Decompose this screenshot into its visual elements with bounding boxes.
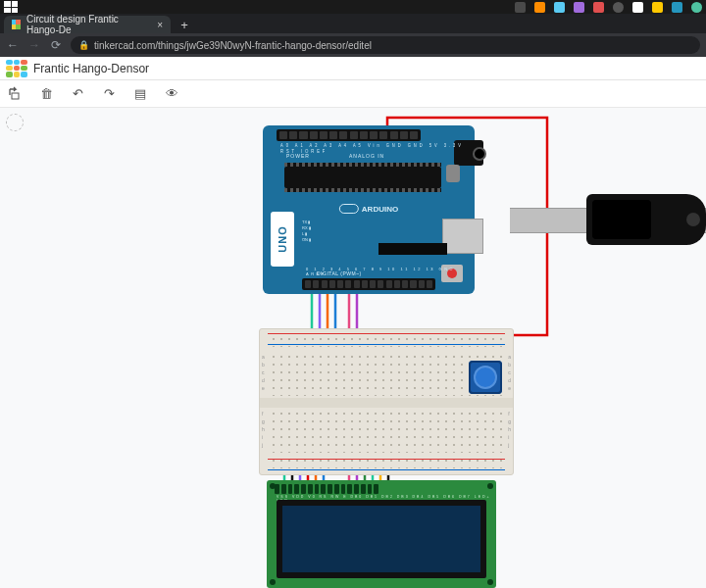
infinity-logo-icon [339, 204, 359, 214]
zoom-to-fit-button[interactable] [6, 114, 24, 131]
rotate-icon [7, 86, 23, 102]
rail-holes [270, 335, 503, 347]
mount-hole-icon [487, 483, 493, 489]
close-tab-icon[interactable]: × [157, 20, 163, 30]
row-labels: f g h i j [508, 410, 511, 449]
tab-bar: Circuit design Frantic Hango-De × + [0, 14, 706, 33]
browser-tab[interactable]: Circuit design Frantic Hango-De × [4, 16, 171, 33]
analog-label: ANALOG IN [349, 153, 384, 159]
redo-button[interactable]: ↷ [100, 85, 118, 103]
capacitor-icon [446, 165, 460, 182]
lock-icon: 🔒 [78, 40, 89, 50]
smd-block-icon [378, 243, 447, 255]
app-header: Frantic Hango-Densor [0, 57, 706, 80]
mount-hole-icon [487, 579, 493, 585]
browser-chrome: Circuit design Frantic Hango-De × + ← → … [0, 14, 706, 57]
arduino-analog-header [277, 129, 421, 141]
arduino-uno-component[interactable]: A0 A1 A2 A3 A4 A5 Vin GND GND 5V 3.3V RS… [263, 125, 475, 294]
row-labels: f g h i j [262, 410, 265, 449]
address-bar-row: ← → ⟳ 🔒 tinkercad.com/things/jwGe39N0wyN… [0, 33, 706, 57]
usb-port-icon [442, 219, 483, 254]
os-taskbar [0, 0, 706, 14]
tab-title: Circuit design Frantic Hango-De [26, 14, 151, 35]
power-label: POWER [286, 153, 310, 159]
editor-toolbar: 🗑 ↶ ↷ ▤ 👁 [0, 80, 706, 108]
visibility-button[interactable]: 👁 [163, 85, 180, 103]
svg-rect-0 [12, 93, 19, 99]
lcd-screen [277, 500, 486, 578]
power-rail-bottom [268, 459, 505, 470]
tray-icon[interactable] [593, 2, 604, 13]
new-tab-button[interactable]: + [176, 18, 192, 33]
atmega-chip-icon [284, 167, 441, 188]
tray-icon[interactable] [691, 2, 702, 13]
tray-icon[interactable] [574, 2, 584, 13]
row-labels: a b c d e [508, 353, 511, 392]
undo-button[interactable]: ↶ [69, 85, 86, 103]
windows-start-icon[interactable] [4, 1, 18, 13]
tinkercad-logo-icon[interactable] [6, 60, 27, 77]
project-name[interactable]: Frantic Hango-Densor [33, 62, 149, 75]
breadboard-gap [260, 398, 513, 408]
usb-plug-icon [586, 194, 706, 245]
mount-hole-icon [270, 483, 276, 489]
notes-button[interactable]: ▤ [131, 85, 149, 103]
model-label: UNO [277, 225, 288, 252]
tray-icon[interactable] [672, 2, 682, 13]
rotate-button[interactable] [6, 85, 24, 103]
arduino-brand: ARDUINO [339, 204, 398, 214]
reload-button[interactable]: ⟳ [49, 38, 63, 52]
forward-button[interactable]: → [27, 38, 41, 52]
tray-icon[interactable] [554, 2, 565, 13]
terminal-holes [270, 410, 503, 453]
favicon-icon [12, 20, 21, 29]
back-button[interactable]: ← [6, 38, 20, 52]
address-bar[interactable]: 🔒 tinkercad.com/things/jwGe39N0wyN-frant… [71, 36, 700, 54]
status-leds: TX ▮ RX ▮ L ▮ ON ▮ [302, 220, 311, 243]
arduino-digital-header [302, 278, 435, 290]
mount-hole-icon [270, 579, 276, 585]
design-canvas[interactable]: A0 A1 A2 A3 A4 A5 Vin GND GND 5V 3.3V RS… [0, 108, 706, 588]
lcd-16x2-component[interactable]: VSS VDD V0 RS RW E DB0 DB1 DB2 DB3 DB4 D… [267, 480, 496, 588]
tray-icon[interactable] [632, 2, 643, 13]
breadboard-component[interactable]: a b c d e a b c d e f g h i j f g h i j [259, 328, 514, 475]
tray-icon[interactable] [515, 2, 526, 13]
digital-pin-labels: 0 1 2 3 4 5 6 7 8 9 10 11 12 13 GND AREF [306, 267, 475, 276]
uno-badge: UNO [271, 212, 294, 267]
tray-icon[interactable] [534, 2, 545, 13]
delete-button[interactable]: 🗑 [37, 85, 55, 103]
row-labels: a b c d e [262, 353, 265, 392]
lcd-pin-header [275, 484, 378, 494]
potentiometer-component[interactable] [469, 361, 502, 394]
tray-icon[interactable] [613, 2, 624, 13]
system-tray [515, 2, 702, 13]
url-text: tinkercad.com/things/jwGe39N0wyN-frantic… [94, 40, 372, 51]
tray-icon[interactable] [652, 2, 663, 13]
arduino-brand-text: ARDUINO [362, 205, 398, 214]
